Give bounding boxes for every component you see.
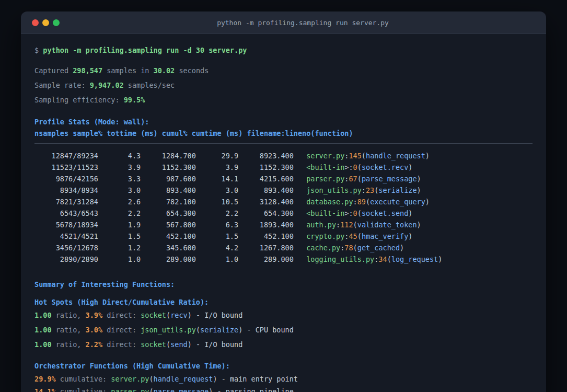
- stats-row: 5678/18934 1.9 567.800 6.3 1893.400 auth…: [34, 219, 533, 230]
- hot-spot-row: 1.00 ratio, 3.9% direct: socket(recv) - …: [34, 309, 533, 321]
- hot-spots-heading: Hot Spots (High Direct/Cumulative Ratio)…: [34, 296, 533, 308]
- captured-suffix: seconds: [175, 66, 209, 75]
- command-text: python -m profiling.sampling run -d 30 s…: [43, 46, 247, 54]
- stats-row: 3456/12678 1.2 345.600 4.2 1267.800 cach…: [34, 242, 533, 253]
- hot-rows: 1.00 ratio, 3.9% direct: socket(recv) - …: [34, 309, 533, 350]
- stats-divider: [34, 143, 533, 144]
- summary-heading: Summary of Interesting Functions:: [34, 279, 533, 290]
- stats-rows: 12847/89234 4.3 1284.700 29.9 8923.400 s…: [34, 150, 533, 265]
- captured-mid: samples in: [102, 66, 154, 75]
- zoom-icon[interactable]: [53, 19, 60, 26]
- stats-row: 9876/42156 3.3 987.600 14.1 4215.600 par…: [34, 173, 533, 185]
- stats-columns-header: nsamples sample% tottime (ms) cumul% cum…: [34, 128, 533, 139]
- sample-rate-value: 9,947.02: [90, 81, 124, 89]
- stats-row: 12847/89234 4.3 1284.700 29.9 8923.400 s…: [34, 150, 533, 162]
- orchestrator-row: 29.9% cumulative: server.py(handle_reque…: [34, 373, 533, 385]
- captured-samples-value: 298,547: [73, 66, 102, 75]
- efficiency-line: Sampling efficiency: 99.5%: [34, 94, 533, 106]
- hot-spot-row: 1.00 ratio, 3.0% direct: json_utils.py(s…: [34, 324, 533, 336]
- minimize-icon[interactable]: [42, 19, 49, 26]
- stats-row: 7821/31284 2.6 782.100 10.5 3128.400 dat…: [34, 196, 533, 207]
- stats-row: 11523/11523 3.9 1152.300 3.9 1152.300 <b…: [34, 162, 533, 173]
- stats-row: 8934/8934 3.0 893.400 3.0 893.400 json_u…: [34, 185, 533, 196]
- window-controls: [21, 19, 60, 26]
- stats-row: 6543/6543 2.2 654.300 2.2 654.300 <built…: [34, 207, 533, 219]
- captured-seconds-value: 30.02: [154, 66, 175, 75]
- profile-stats-heading: Profile Stats (Mode: wall):: [34, 116, 533, 128]
- hot-spot-row: 1.00 ratio, 2.2% direct: socket(send) - …: [34, 339, 533, 350]
- orchestrator-row: 14.1% cumulative: parser.py(parse_messag…: [34, 386, 533, 392]
- orchestrator-heading: Orchestrator Functions (High Cumulative …: [34, 360, 533, 372]
- sample-rate-suffix: samples/sec: [124, 81, 175, 89]
- sample-rate-line: Sample rate: 9,947.02 samples/sec: [34, 79, 533, 91]
- title-bar: python -m profiling.sampling run server.…: [21, 11, 546, 34]
- stats-row: 4521/4521 1.5 452.100 1.5 452.100 crypto…: [34, 230, 533, 242]
- efficiency-label: Sampling efficiency:: [34, 96, 124, 104]
- prompt-line: $ python -m profiling.sampling run -d 30…: [34, 44, 533, 56]
- close-icon[interactable]: [32, 19, 39, 26]
- stats-row: 2890/2890 1.0 289.000 1.0 289.000 loggin…: [34, 253, 533, 265]
- window-title: python -m profiling.sampling run server.…: [60, 19, 546, 27]
- prompt-symbol: $: [34, 46, 43, 54]
- captured-prefix: Captured: [34, 66, 73, 75]
- orchestrator-rows: 29.9% cumulative: server.py(handle_reque…: [34, 373, 533, 392]
- terminal-window: python -m profiling.sampling run server.…: [21, 11, 546, 392]
- terminal-body: $ python -m profiling.sampling run -d 30…: [21, 34, 546, 392]
- captured-line: Captured 298,547 samples in 30.02 second…: [34, 65, 533, 76]
- sample-rate-label: Sample rate:: [34, 81, 90, 89]
- efficiency-value: 99.5%: [124, 96, 145, 104]
